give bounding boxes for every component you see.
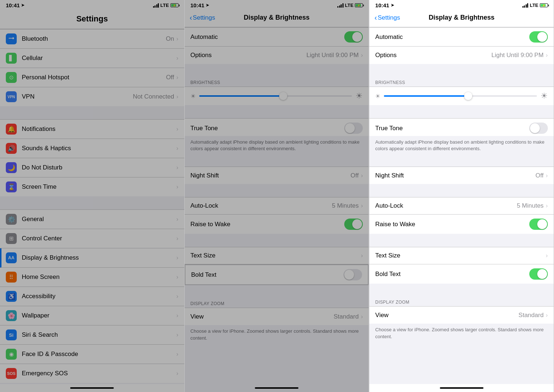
- cell-boldtext-3[interactable]: Bold Text: [369, 264, 554, 284]
- settings-cell-wallpaper[interactable]: 🌸 Wallpaper ›: [0, 306, 184, 325]
- settings-cell-general[interactable]: ⚙️ General ›: [0, 209, 184, 229]
- back-button-2[interactable]: ‹ Settings: [190, 13, 215, 22]
- sb1: [337, 6, 338, 8]
- label-nightshift-3: Night Shift: [375, 172, 535, 179]
- settings-cell-notifications[interactable]: 🔔 Notifications ›: [0, 119, 184, 139]
- chevron-sounds: ›: [176, 145, 178, 152]
- toggle-truetone-3[interactable]: [529, 123, 548, 134]
- cell-truetone-3[interactable]: True Tone: [369, 118, 554, 136]
- slider-thumb-2: [279, 92, 287, 100]
- brightness-slider-2[interactable]: [199, 95, 352, 97]
- settings-cell-screentime[interactable]: ⌛ Screen Time ›: [0, 177, 184, 196]
- truetone-group-2: True Tone Automatically adapt iPhone dis…: [185, 118, 369, 153]
- vpn-icon: VPN: [6, 91, 17, 102]
- accessibility-icon: ♿: [6, 291, 17, 302]
- chevron-autolock-2: ›: [361, 202, 363, 209]
- cell-raise-3[interactable]: Raise to Wake: [369, 215, 554, 234]
- label-truetone-3: True Tone: [375, 125, 529, 132]
- settings-scroll-1[interactable]: ⭢ Bluetooth On › ▋ Cellular › ⊙ Personal…: [0, 29, 184, 384]
- text-group-2: Text Size › Bold Text: [185, 247, 369, 285]
- settings-cell-vpn[interactable]: VPN VPN Not Connected ›: [0, 87, 184, 106]
- toggle-automatic-3[interactable]: [529, 31, 548, 43]
- back-button-3[interactable]: ‹ Settings: [374, 13, 400, 22]
- cell-label-accessibility: Accessibility: [22, 293, 176, 300]
- truetone-desc-2: Automatically adapt iPhone display based…: [185, 136, 369, 153]
- cell-options-2[interactable]: Options Light Until 9:00 PM ›: [185, 47, 369, 64]
- value-autolock-2: 5 Minutes: [332, 202, 359, 209]
- toggle-raise-3[interactable]: [529, 219, 548, 230]
- chevron-control: ›: [176, 235, 178, 242]
- cell-nightshift-2[interactable]: Night Shift Off ›: [185, 167, 369, 184]
- cell-nightshift-3[interactable]: Night Shift Off ›: [369, 167, 554, 184]
- settings-cell-accessibility[interactable]: ♿ Accessibility ›: [0, 287, 184, 306]
- view-desc-2: Choose a view for iPhone. Zoomed shows l…: [185, 325, 369, 343]
- signal-bars-1: [153, 3, 159, 8]
- label-truetone-2: True Tone: [190, 125, 345, 132]
- cell-truetone-2[interactable]: True Tone: [185, 118, 369, 136]
- cell-textsize-3[interactable]: Text Size ›: [369, 247, 554, 264]
- cell-autolock-3[interactable]: Auto-Lock 5 Minutes ›: [369, 197, 554, 215]
- nav-header-3: ‹ Settings Display & Brightness: [369, 10, 554, 27]
- cell-automatic-3[interactable]: Automatic: [369, 27, 554, 47]
- slider-fill-3: [384, 95, 468, 97]
- battery-icon-3: ⚡: [540, 3, 548, 7]
- sb2-3: [524, 5, 525, 8]
- settings-cell-sounds[interactable]: 🔊 Sounds & Haptics ›: [0, 139, 184, 158]
- toggle-automatic-2[interactable]: [344, 31, 363, 43]
- brightness-row-2: ☀ ☀: [185, 87, 369, 105]
- sb3: [341, 4, 342, 8]
- brightness-slider-3[interactable]: [384, 95, 537, 97]
- settings-cell-emergency[interactable]: SOS Emergency SOS ›: [0, 364, 184, 383]
- status-left-3: 10:41 ➤: [375, 2, 394, 8]
- cell-autolock-2[interactable]: Auto-Lock 5 Minutes ›: [185, 197, 369, 215]
- cell-label-homescreen: Home Screen: [22, 273, 176, 281]
- settings-cell-display[interactable]: AA Display & Brightness ›: [0, 248, 184, 268]
- chevron-display: ›: [176, 254, 178, 261]
- nav-header-1: Settings: [0, 10, 184, 29]
- chevron-accessibility: ›: [176, 293, 178, 300]
- nightshift-group-3: Night Shift Off ›: [369, 167, 554, 184]
- cell-options-3[interactable]: Options Light Until 9:00 PM ›: [369, 47, 554, 64]
- cell-textsize-2[interactable]: Text Size ›: [185, 247, 369, 264]
- chevron-siri: ›: [176, 331, 178, 339]
- settings-group-connectivity: ⭢ Bluetooth On › ▋ Cellular › ⊙ Personal…: [0, 29, 184, 106]
- label-textsize-3: Text Size: [375, 252, 546, 259]
- appearance-group-3: Automatic Options Light Until 9:00 PM ›: [369, 27, 554, 64]
- settings-cell-hotspot[interactable]: ⊙ Personal Hotspot Off ›: [0, 68, 184, 87]
- toggle-boldtext-2[interactable]: [344, 269, 362, 280]
- status-bar-2: 10:41 ➤ LTE ⚡: [185, 0, 369, 10]
- signal-bar-2: [154, 5, 156, 8]
- text-group-3: Text Size › Bold Text: [369, 247, 554, 284]
- settings-cell-bluetooth[interactable]: ⭢ Bluetooth On ›: [0, 29, 184, 49]
- settings-cell-siri[interactable]: Si Siri & Search ›: [0, 325, 184, 345]
- settings-scroll-2[interactable]: Automatic Options Light Until 9:00 PM › …: [185, 27, 369, 384]
- cell-automatic-2[interactable]: Automatic: [185, 27, 369, 47]
- battery-icon-2: ⚡: [355, 3, 363, 7]
- cell-view-3[interactable]: View Standard ›: [369, 306, 554, 324]
- signal-bar-4: [158, 3, 159, 8]
- chevron-autolock-3: ›: [546, 202, 548, 209]
- settings-cell-dnd[interactable]: 🌙 Do Not Disturb ›: [0, 158, 184, 177]
- settings-cell-homescreen[interactable]: ⠿ Home Screen ›: [0, 268, 184, 287]
- label-options-2: Options: [190, 52, 306, 59]
- status-right-3: LTE ⚡: [522, 3, 548, 8]
- toggle-thumb-bold-3: [537, 269, 547, 279]
- chevron-emergency: ›: [176, 370, 178, 377]
- toggle-thumb-tt-2: [345, 123, 355, 133]
- settings-scroll-3[interactable]: Automatic Options Light Until 9:00 PM › …: [369, 27, 554, 384]
- cell-raise-2[interactable]: Raise to Wake: [185, 215, 369, 234]
- settings-cell-control[interactable]: ⊞ Control Center ›: [0, 229, 184, 248]
- cell-view-2[interactable]: View Standard ›: [185, 308, 369, 325]
- toggle-boldtext-3[interactable]: [529, 268, 548, 280]
- chevron-faceid: ›: [176, 351, 178, 358]
- toggle-raise-2[interactable]: [344, 219, 363, 230]
- appearance-group-2: Automatic Options Light Until 9:00 PM ›: [185, 27, 369, 64]
- settings-cell-cellular[interactable]: ▋ Cellular ›: [0, 49, 184, 68]
- sun-large-3: ☀: [541, 91, 548, 101]
- settings-cell-faceid[interactable]: ◉ Face ID & Passcode ›: [0, 345, 184, 364]
- cell-value-vpn: Not Connected: [133, 93, 174, 100]
- cell-boldtext-2[interactable]: Bold Text: [185, 264, 369, 285]
- label-view-2: View: [190, 313, 334, 320]
- toggle-thumb-raise-3: [537, 219, 547, 229]
- toggle-truetone-2[interactable]: [344, 123, 363, 134]
